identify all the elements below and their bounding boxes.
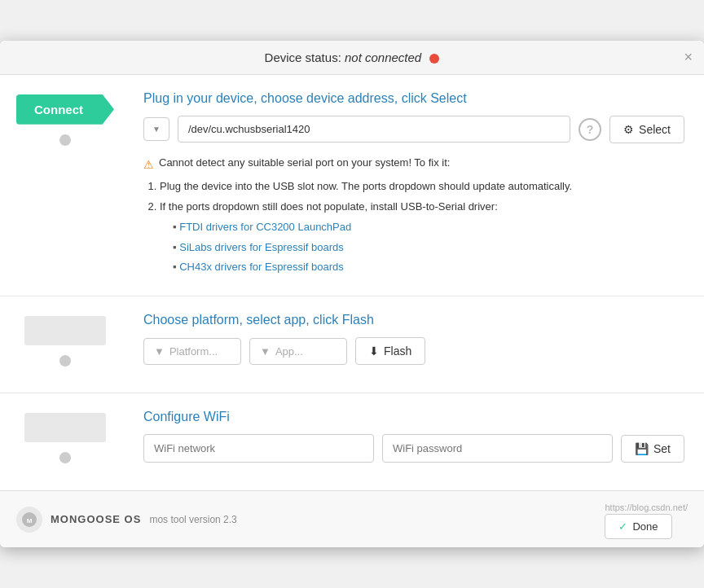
checkmark-icon: ✓	[618, 520, 627, 533]
flash-button[interactable]: ⬇ Flash	[355, 337, 425, 365]
title-text: Device status:	[265, 50, 345, 64]
ftdi-link[interactable]: FTDI drivers for CC3200 LaunchPad	[179, 221, 351, 233]
warning-item2-text: If the ports dropdown still does not pop…	[160, 200, 498, 213]
step1-dot	[59, 134, 71, 146]
step3-dot	[59, 452, 71, 463]
flash-label: Flash	[384, 344, 411, 358]
dropdown-arrow: ▼	[152, 125, 161, 134]
status-indicator	[429, 54, 439, 64]
warning-title-text: Cannot detect any suitable serial port o…	[159, 155, 450, 172]
footer-left: M MONGOOSE OS mos tool version 2.3	[16, 507, 237, 533]
warning-list: Plug the device into the USB slot now. T…	[143, 178, 684, 276]
warning-section: ⚠ Cannot detect any suitable serial port…	[143, 155, 684, 276]
window-title: Device status: not connected	[265, 50, 440, 64]
ch43x-link[interactable]: CH43x drivers for Espressif boards	[179, 261, 344, 273]
step2-right: Choose platform, select app, click Flash…	[130, 313, 684, 376]
platform-arrow: ▼	[154, 345, 165, 358]
step-wifi: Configure WiFi 💾 Set	[0, 393, 704, 490]
step-connect: Connect Plug in your device, choose devi…	[0, 75, 704, 296]
wifi-network-input[interactable]	[143, 434, 374, 463]
done-button[interactable]: ✓ Done	[605, 514, 671, 539]
select-button[interactable]: ⚙ Select	[609, 116, 684, 143]
brand-name: MONGOOSE OS	[51, 513, 141, 525]
flash-icon: ⬇	[369, 344, 379, 358]
platform-placeholder: Platform...	[169, 345, 218, 358]
step2-inactive-button	[24, 316, 106, 345]
step1-left: Connect	[0, 91, 130, 279]
status-text: not connected	[345, 50, 421, 64]
svg-text:M: M	[27, 517, 33, 524]
warning-icon: ⚠	[143, 156, 154, 173]
warning-item-1: Plug the device into the USB slot now. T…	[160, 178, 684, 195]
driver-list: FTDI drivers for CC3200 LaunchPad SiLabs…	[160, 219, 684, 276]
driver-item-1: FTDI drivers for CC3200 LaunchPad	[173, 219, 684, 236]
help-icon[interactable]: ?	[579, 118, 601, 141]
step2-left	[0, 313, 130, 376]
mongoose-logo: M	[16, 507, 42, 533]
step1-right: Plug in your device, choose device addre…	[130, 91, 684, 279]
wifi-password-input[interactable]	[382, 434, 613, 463]
app-dropdown[interactable]: ▼ App...	[249, 338, 347, 365]
main-window: Device status: not connected × Connect P…	[0, 41, 704, 547]
step3-input-row: 💾 Set	[143, 434, 684, 463]
footer-right: https://blog.csdn.net/ ✓ Done	[605, 499, 688, 539]
set-button[interactable]: 💾 Set	[621, 435, 684, 463]
step-flash: Choose platform, select app, click Flash…	[0, 296, 704, 393]
step3-inactive-button	[24, 413, 106, 442]
device-address-input[interactable]	[178, 116, 570, 143]
step2-dot	[59, 355, 71, 366]
select-label: Select	[639, 123, 671, 136]
step1-title: Plug in your device, choose device addre…	[143, 91, 684, 106]
step2-input-row: ▼ Platform... ▼ App... ⬇ Flash	[143, 337, 684, 365]
content-area: Connect Plug in your device, choose devi…	[0, 75, 704, 490]
close-button[interactable]: ×	[684, 50, 693, 64]
step3-title: Configure WiFi	[143, 410, 684, 424]
set-label: Set	[653, 442, 671, 455]
step2-title: Choose platform, select app, click Flash	[143, 313, 684, 327]
connect-button[interactable]: Connect	[16, 94, 114, 125]
set-icon: 💾	[635, 442, 649, 455]
version-text: mos tool version 2.3	[149, 514, 236, 525]
app-arrow: ▼	[260, 345, 271, 358]
port-dropdown[interactable]: ▼	[143, 117, 169, 141]
title-bar: Device status: not connected ×	[0, 41, 704, 75]
step1-input-row: ▼ ? ⚙ Select	[143, 116, 684, 143]
footer: M MONGOOSE OS mos tool version 2.3 https…	[0, 490, 704, 547]
step3-right: Configure WiFi 💾 Set	[130, 410, 684, 474]
done-label: Done	[632, 520, 658, 533]
driver-item-3: CH43x drivers for Espressif boards	[173, 259, 684, 276]
select-icon: ⚙	[623, 123, 634, 136]
warning-title-row: ⚠ Cannot detect any suitable serial port…	[143, 155, 684, 173]
platform-dropdown[interactable]: ▼ Platform...	[143, 338, 241, 365]
warning-item-2: If the ports dropdown still does not pop…	[160, 199, 684, 276]
step3-left	[0, 410, 130, 474]
driver-item-2: SiLabs drivers for Espressif boards	[173, 239, 684, 257]
app-placeholder: App...	[275, 345, 303, 358]
footer-url: https://blog.csdn.net/	[605, 502, 688, 512]
silabs-link[interactable]: SiLabs drivers for Espressif boards	[179, 241, 344, 253]
logo-svg: M	[21, 511, 37, 528]
